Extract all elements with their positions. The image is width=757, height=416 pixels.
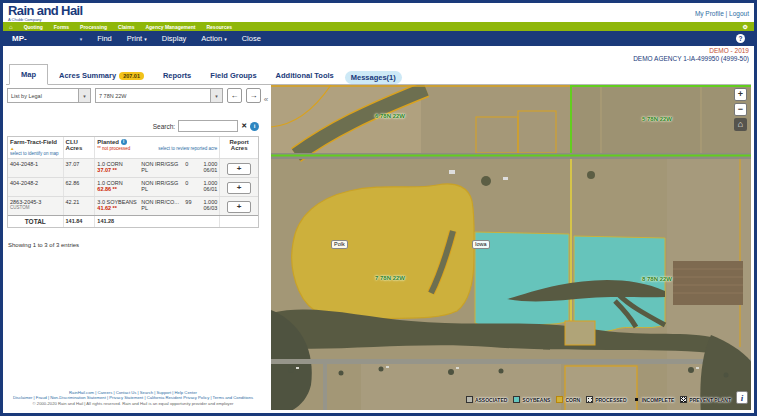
acres-summary-label: Acres Summary: [59, 71, 116, 80]
planted-label: Planted: [97, 139, 119, 145]
rain-and-hail-logo: Rain and Hail A Chubb Company: [8, 4, 83, 22]
tab-reports[interactable]: Reports: [155, 66, 199, 84]
chevron-down-icon: ▾: [144, 36, 147, 42]
soybeans-swatch: [513, 396, 520, 403]
map-home-button[interactable]: ⌂: [734, 118, 747, 131]
help-icon[interactable]: ?: [736, 34, 745, 43]
fields-table: Farm-Tract-Field ▲ select to identify on…: [7, 136, 259, 228]
review-reported-acre-link[interactable]: select to review reported acre: [158, 146, 217, 151]
previous-section-button[interactable]: ←: [227, 88, 242, 103]
nav-item-agency-management[interactable]: Agency Management: [145, 24, 195, 30]
footer-links-line2[interactable]: Disclaimer | Fraud | Non-Discrimination …: [3, 395, 263, 401]
nav-item-processing[interactable]: Processing: [80, 24, 107, 30]
tab-additional-tools[interactable]: Additional Tools: [268, 66, 342, 84]
nav-item-quoting[interactable]: Quoting: [24, 24, 43, 30]
action-label: Action: [201, 34, 222, 43]
planted-acres-value: 37.07 **: [97, 167, 139, 173]
nav-item-forms[interactable]: Forms: [54, 24, 69, 30]
legend-label: PROCESSED: [595, 397, 626, 403]
legend-item-associated: ASSOCIATED: [466, 396, 507, 403]
header-farm-tract-field[interactable]: Farm-Tract-Field ▲ select to identify on…: [8, 137, 64, 158]
map-info-button[interactable]: i: [736, 391, 748, 404]
home-icon[interactable]: ⌂: [9, 24, 13, 30]
township-value: 7 78N 22W: [96, 89, 210, 102]
toolbar-action-button[interactable]: Action▾: [201, 34, 226, 43]
logout-link[interactable]: Logout: [729, 10, 749, 17]
plant-date: 06/01: [199, 186, 217, 192]
tab-bar: Map Acres Summary207.01 Reports Field Gr…: [6, 63, 751, 85]
header-planted: Planted i ** not processed select to rev…: [95, 137, 220, 158]
panel-gutter: «: [261, 85, 271, 410]
planted-info-icon[interactable]: i: [121, 139, 127, 145]
legend-item-soybeans: SOYBEANS: [513, 396, 550, 403]
my-profile-link[interactable]: My Profile: [695, 10, 724, 17]
township-select[interactable]: 7 78N 22W ▾: [95, 88, 223, 103]
search-info-icon[interactable]: i: [250, 122, 259, 131]
policy-dropdown-caret-icon[interactable]: ▾: [80, 36, 83, 42]
section-label-5: 5 78N 22W: [642, 116, 672, 122]
planted-acres-value: 41.62 **: [97, 205, 139, 211]
zoom-in-button[interactable]: +: [734, 88, 747, 101]
nav-item-claims[interactable]: Claims: [118, 24, 134, 30]
toolbar-find-button[interactable]: Find: [97, 34, 112, 43]
add-report-acres-button[interactable]: +: [227, 163, 251, 175]
field-id: 404-2048-2: [10, 180, 61, 186]
clear-search-icon[interactable]: ✕: [241, 122, 247, 130]
total-label: TOTAL: [8, 216, 64, 227]
policy-toolbar: MP- ▾ Find Print▾ Display Action▾ Close …: [3, 31, 754, 46]
total-clu-acres: 141.84: [64, 216, 96, 227]
add-report-acres-button[interactable]: +: [227, 201, 251, 213]
field-sub: CUSTOM: [10, 205, 61, 210]
table-search: Search: ✕ i: [7, 120, 259, 132]
chevron-down-icon: ▾: [210, 89, 222, 102]
zoom-out-button[interactable]: −: [734, 103, 747, 116]
tab-acres-summary[interactable]: Acres Summary207.01: [51, 66, 152, 84]
plant-date: 06/01: [199, 167, 217, 173]
field-id: 404-2048-1: [10, 161, 61, 167]
toolbar-close-button[interactable]: Close: [242, 34, 261, 43]
identify-on-map-link[interactable]: select to identify on map: [10, 151, 61, 156]
aerial-map[interactable]: 6 78N 22W 5 78N 22W 7 78N 22W 8 78N 22W …: [271, 85, 751, 410]
list-by-value: List by Legal: [8, 89, 78, 102]
tab-field-groups[interactable]: Field Groups: [202, 66, 264, 84]
policy-number-label: MP-: [12, 34, 27, 43]
legend-label: SOYBEANS: [522, 397, 550, 403]
practice-type: PL: [141, 205, 183, 211]
legend-label: ASSOCIATED: [475, 397, 507, 403]
unit-number: 0: [185, 180, 197, 192]
gear-icon[interactable]: ⚙: [743, 24, 748, 30]
header-report-acres: Report Acres: [220, 137, 258, 158]
practice-type: PL: [141, 186, 183, 192]
table-row[interactable]: 404-2048-2 62.86 1.0 CORN62.86 ** NON IR…: [8, 177, 258, 196]
site-footer: RainHail.com | Careers | Contact Us | Se…: [3, 390, 263, 407]
legend-item-processed: PROCESSED: [586, 396, 626, 403]
planted-acres-value: 62.86 **: [97, 186, 139, 192]
chevron-down-icon: ▾: [224, 36, 227, 42]
table-row[interactable]: 404-2048-1 37.07 1.0 CORN37.07 ** NON IR…: [8, 158, 258, 177]
practice-type: PL: [141, 167, 183, 173]
section-label-7: 7 78N 22W: [375, 275, 405, 281]
add-report-acres-button[interactable]: +: [227, 182, 251, 194]
tab-map[interactable]: Map: [9, 64, 48, 85]
processed-swatch: [586, 396, 593, 403]
unit-number: 0: [185, 161, 197, 173]
nav-item-resources[interactable]: Resources: [206, 24, 232, 30]
map-legend: ASSOCIATED SOYBEANS CORN PROCESSED INCOM…: [466, 396, 731, 403]
tab-messages[interactable]: Messages(1): [345, 71, 402, 84]
legend-label: PREVENT PLANT: [689, 397, 731, 403]
collapse-panel-icon[interactable]: «: [261, 95, 271, 104]
toolbar-display-button[interactable]: Display: [162, 34, 187, 43]
main-nav: ⌂ Quoting Forms Processing Claims Agency…: [3, 22, 754, 31]
list-by-select[interactable]: List by Legal ▾: [7, 88, 91, 103]
incomplete-swatch: [633, 396, 640, 403]
header-clu-acres: CLU Acres: [64, 137, 96, 158]
search-input[interactable]: [178, 120, 238, 132]
print-label: Print: [127, 34, 142, 43]
next-section-button[interactable]: →: [246, 88, 261, 103]
search-label: Search:: [153, 123, 175, 130]
section-label-6: 6 78N 22W: [375, 113, 405, 119]
toolbar-print-button[interactable]: Print▾: [127, 34, 147, 43]
table-row[interactable]: 2863-2045-3 CUSTOM 42.21 3.0 SOYBEANS41.…: [8, 196, 258, 215]
account-links: My Profile | Logout: [695, 10, 749, 17]
prevent-plant-swatch: [680, 396, 687, 403]
